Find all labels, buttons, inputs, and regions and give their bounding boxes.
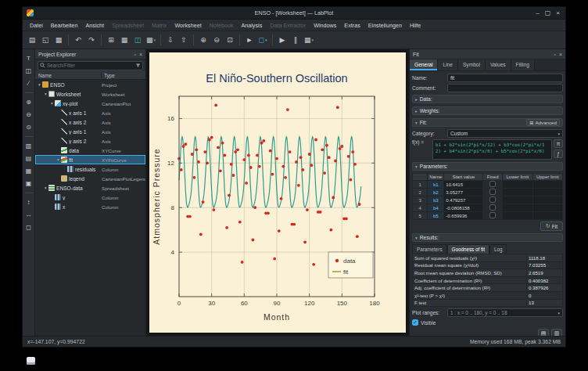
- tree-item-enso[interactable]: ▾ENSOProject: [35, 80, 145, 89]
- break-layout-button[interactable]: ▣: [23, 178, 34, 189]
- tree-item-x-axis-1[interactable]: x axis 1Axis: [35, 108, 145, 117]
- search-input[interactable]: [47, 63, 134, 68]
- category-select[interactable]: Custom ▾: [447, 129, 563, 138]
- tab-general[interactable]: General: [410, 59, 438, 70]
- grid-layout-button[interactable]: ▦: [23, 166, 34, 176]
- param-lower-limit[interactable]: [503, 181, 532, 189]
- insert-function-button[interactable]: ƒ: [554, 149, 563, 158]
- param-upper-limit[interactable]: [532, 196, 562, 204]
- fixed-checkbox[interactable]: [489, 189, 496, 195]
- tree-item-legend[interactable]: legendCartesianPlotLegend: [35, 174, 145, 183]
- minimize-button[interactable]: –: [536, 7, 539, 20]
- tree-item-y-axis-1[interactable]: y axis 1Axis: [35, 127, 145, 136]
- export-button[interactable]: ⇧: [177, 34, 190, 46]
- load-template-button[interactable]: ▤: [538, 329, 549, 336]
- plot-ranges-select[interactable]: 1 : x = 0 .. 180, y = 0 .. 18 ▾: [447, 308, 563, 317]
- tree-item-xy-plot[interactable]: ▾xy-plotCartesianPlot: [35, 99, 145, 108]
- zoom-in-tool-button[interactable]: ⊕: [23, 97, 34, 107]
- image-tool-button[interactable]: ◫: [23, 66, 34, 76]
- param-start-value[interactable]: -0.0808158: [444, 204, 483, 212]
- data-section-header[interactable]: ▸ Data:: [412, 95, 563, 103]
- tree-item-data[interactable]: dataXYCurve: [35, 146, 145, 155]
- maximize-button[interactable]: ▢: [545, 7, 551, 20]
- parameters-section-header[interactable]: ▾ Parameters:: [412, 162, 563, 171]
- float-dock-icon[interactable]: ▫: [134, 52, 135, 57]
- fixed-checkbox[interactable]: [489, 212, 496, 218]
- menu-notebook[interactable]: Notebook: [206, 20, 238, 31]
- param-start-value[interactable]: -0.659936: [444, 212, 483, 220]
- vertical-layout-button[interactable]: ▥: [23, 141, 34, 151]
- cursor-mode-button[interactable]: ►: [243, 34, 256, 46]
- menu-matrix[interactable]: Matrix: [148, 20, 171, 31]
- fixed-checkbox[interactable]: [489, 204, 496, 211]
- filter-icon[interactable]: [135, 63, 141, 68]
- new-project-button[interactable]: ▤: [26, 34, 38, 46]
- weights-section-header[interactable]: ▸ Weights:: [412, 106, 563, 115]
- type-column-header[interactable]: Type: [102, 73, 145, 78]
- title-bar[interactable]: ENSO - [Worksheet] — LabPlot – ▢ ×: [23, 7, 565, 20]
- tree-item-fit[interactable]: ▾fitXYFitCurve: [35, 155, 145, 164]
- fit-section-header[interactable]: ▾ Fit: ⊞ Advanced: [412, 118, 563, 127]
- comment-field[interactable]: [447, 84, 563, 92]
- results-section-header[interactable]: ▾ Results:: [412, 233, 563, 242]
- horizontal-layout-button[interactable]: ▤: [23, 153, 34, 164]
- menu-data-extractor[interactable]: Data Extractor: [266, 20, 310, 31]
- visible-checkbox[interactable]: ✓: [412, 319, 418, 326]
- search-box[interactable]: [38, 61, 143, 70]
- menu-spreadsheet[interactable]: Spreadsheet: [108, 20, 148, 31]
- menu-einstellungen[interactable]: Einstellungen: [364, 20, 406, 31]
- taskbar-app-icon[interactable]: [27, 357, 35, 365]
- insert-constant-button[interactable]: π: [554, 139, 563, 148]
- close-dock-icon[interactable]: ×: [139, 52, 142, 57]
- menu-hilfe[interactable]: Hilfe: [406, 20, 425, 31]
- formula-editor[interactable]: b1 + b2*sin(2*pi*x/12) + b3*cos(2*pi*x/1…: [432, 139, 552, 160]
- zoom-out-button[interactable]: ⊖: [210, 34, 223, 46]
- menu-analysis[interactable]: Analysis: [237, 20, 266, 31]
- import-button[interactable]: ⇩: [164, 34, 177, 46]
- param-lower-limit[interactable]: [503, 196, 532, 204]
- param-upper-limit[interactable]: [532, 212, 562, 220]
- fit-to-height-button[interactable]: ↕: [23, 197, 34, 207]
- tree-item-y-axis-2[interactable]: y axis 2Axis: [35, 136, 145, 146]
- new-notebook-button[interactable]: ▩▾: [145, 34, 157, 46]
- tree-item-x-axis-2[interactable]: x axis 2Axis: [35, 117, 145, 127]
- param-start-value[interactable]: 10.6415: [444, 181, 483, 189]
- worksheet-paper[interactable]: 0306090120150180481216El Niño-Southern O…: [149, 52, 406, 333]
- results-tab-log[interactable]: Log: [489, 244, 507, 254]
- fixed-checkbox[interactable]: [489, 181, 496, 187]
- zoom-select-mode-button[interactable]: ◻▾: [256, 34, 269, 46]
- zoom-fit-button[interactable]: ⊡: [224, 34, 236, 46]
- tree-item-enso-data[interactable]: ▾ENSO-dataSpreadsheet: [35, 183, 145, 193]
- menu-windows[interactable]: Windows: [310, 20, 340, 31]
- close-button[interactable]: ×: [556, 7, 560, 20]
- results-tab-goodness-of-fit[interactable]: Goodness of fit: [447, 244, 489, 254]
- results-tab-parameters[interactable]: Parameters: [412, 244, 447, 254]
- param-upper-limit[interactable]: [532, 181, 562, 189]
- name-column-header[interactable]: Name: [35, 73, 102, 78]
- param-start-value[interactable]: 3.05277: [444, 189, 483, 196]
- tree-column-header[interactable]: Name Type: [35, 71, 145, 80]
- param-lower-limit[interactable]: [503, 189, 532, 196]
- pause-button[interactable]: ∥: [289, 34, 302, 46]
- select-region-button[interactable]: ◻: [23, 222, 34, 232]
- new-worksheet-button[interactable]: ◫: [131, 34, 144, 46]
- save-template-button[interactable]: ▥: [551, 329, 562, 336]
- new-spreadsheet-button[interactable]: ⊞: [105, 34, 117, 46]
- name-field[interactable]: [447, 74, 563, 82]
- param-upper-limit[interactable]: [532, 204, 562, 212]
- tree-item-x[interactable]: xColumn: [35, 202, 145, 211]
- fixed-checkbox[interactable]: [489, 196, 496, 203]
- zoom-in-button[interactable]: ⊕: [197, 34, 210, 46]
- run-button[interactable]: ▶: [276, 34, 289, 46]
- tree-item-worksheet[interactable]: ▾WorksheetWorksheet: [35, 89, 145, 99]
- tab-symbol[interactable]: Symbol: [458, 59, 486, 70]
- grid-options-button[interactable]: ▦▾: [303, 34, 315, 46]
- param-start-value[interactable]: 0.479257: [444, 196, 483, 204]
- worksheet-view[interactable]: 0306090120150180481216El Niño-Southern O…: [146, 49, 409, 336]
- menu-bearbeiten[interactable]: Bearbeiten: [47, 20, 82, 31]
- param-upper-limit[interactable]: [532, 189, 562, 196]
- fit-to-width-button[interactable]: ↔: [23, 210, 34, 220]
- close-dock-icon[interactable]: ×: [559, 52, 562, 57]
- menu-extras[interactable]: Extras: [340, 20, 364, 31]
- new-matrix-button[interactable]: ▦: [118, 34, 131, 46]
